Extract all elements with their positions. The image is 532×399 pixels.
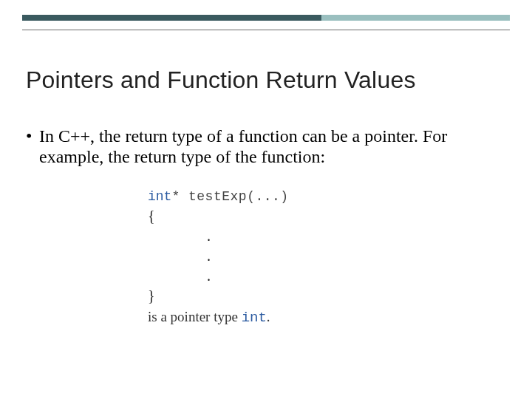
slide-title: Pointers and Function Return Values [26, 66, 506, 94]
bullet-item: • In C++, the return type of a function … [26, 126, 495, 167]
slide: Pointers and Function Return Values • In… [0, 0, 532, 399]
accent-bar-light [321, 15, 510, 21]
code-star: * [171, 189, 180, 204]
body-area: • In C++, the return type of a function … [26, 126, 495, 167]
footline-suffix: . [267, 309, 270, 324]
code-open-brace: { [148, 208, 155, 224]
footline-keyword: int [242, 310, 267, 326]
footline: is a pointer type int. [148, 309, 270, 326]
bullet-text: In C++, the return type of a function ca… [39, 126, 495, 167]
top-accent-bar [22, 15, 510, 38]
code-body-dot-1: . [148, 228, 211, 244]
code-close-brace: } [148, 287, 155, 304]
code-return-keyword: int [148, 189, 171, 204]
bullet-marker: • [26, 126, 39, 146]
code-body-dot-2: . [148, 248, 211, 264]
code-signature: testExp(...) [180, 189, 289, 204]
code-snippet: int* testExp(...) { . . . } [148, 186, 289, 306]
accent-rule [22, 30, 510, 30]
code-body-dot-3: . [148, 267, 211, 284]
footline-prefix: is a pointer type [148, 309, 242, 324]
